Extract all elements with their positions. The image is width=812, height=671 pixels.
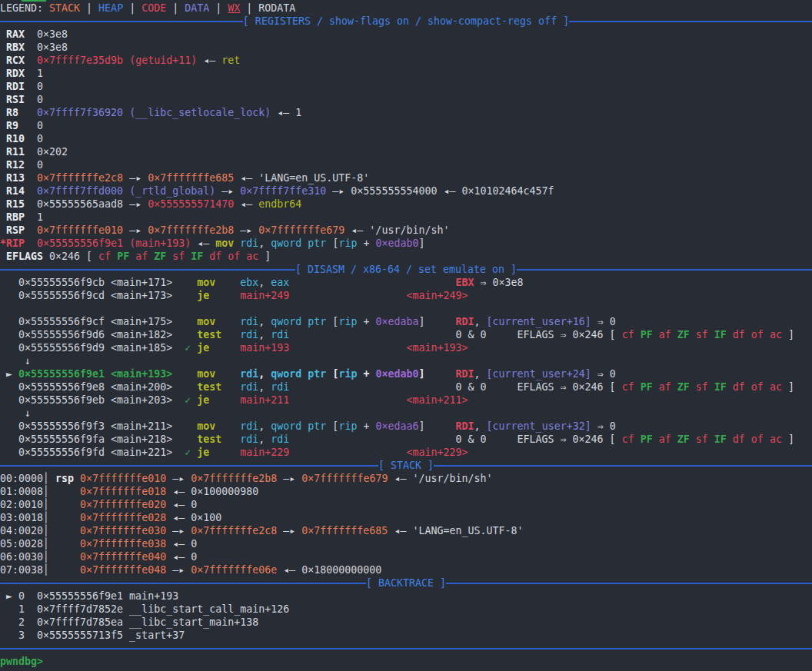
text-segment: 0×7fffffffe048 <box>80 564 166 576</box>
text-segment: 0×7fffffffe2c8 <box>191 525 277 536</box>
text-segment: ] <box>419 238 425 249</box>
text-segment <box>215 316 240 327</box>
text-segment <box>671 381 677 393</box>
text-segment: cf <box>98 251 111 262</box>
terminal-line: R13 0×7fffffffe2c8 —▸ 0×7fffffffe685 ◂— … <box>0 171 812 184</box>
terminal-line: *RIP 0×55555556f9e1 (main+193) ◂— mov rd… <box>0 237 812 250</box>
text-segment: RSI <box>0 94 37 105</box>
text-segment: 06:0030│ <box>0 551 80 563</box>
text-segment: cf <box>622 329 634 340</box>
command-prompt[interactable]: pwndbg> <box>0 655 812 668</box>
text-segment <box>172 368 197 380</box>
text-segment: ac <box>246 251 258 262</box>
text-segment: df <box>733 433 745 445</box>
text-segment <box>708 381 714 393</box>
disasm-header: [ DISASM / x86-64 / set emulate on ] <box>0 263 812 276</box>
text-segment: + <box>357 316 375 327</box>
separator-line <box>434 465 812 467</box>
text-segment: 0 <box>37 133 43 144</box>
backtrace-section: [ BACKTRACE ] ► 0 0×55555556f9e1 main+19… <box>0 576 812 642</box>
text-segment: ⇒ 0 <box>591 316 616 327</box>
terminal-line: 02:0010│ 0×7fffffffe020 ◂— 0 <box>0 498 812 511</box>
terminal-line: RSI 0 <box>0 93 812 106</box>
separator-line <box>0 269 295 271</box>
terminal-line: EFLAGS 0×246 [ cf PF af ZF sf IF df of a… <box>0 250 812 263</box>
text-segment <box>289 433 455 445</box>
text-segment: 0 & 0 EFLAGS ⇒ 0×246 [ <box>455 433 621 445</box>
text-segment: 0×7fffffffe685 <box>301 525 388 536</box>
terminal-line: R12 0 <box>0 158 812 171</box>
text-segment: ZF <box>677 329 690 340</box>
text-segment: <main+229> <box>406 447 468 458</box>
text-segment: rdi <box>240 238 258 249</box>
text-segment: IF <box>191 251 203 262</box>
text-segment: ac <box>770 381 782 393</box>
text-segment: R15 <box>0 198 37 210</box>
text-segment: sf <box>696 381 708 393</box>
terminal-line: 0×55555556f9d9 <main+185> ✓ je main+193 … <box>0 341 812 354</box>
terminal-line: R10 0 <box>0 132 812 145</box>
text-segment: df <box>733 329 745 340</box>
text-segment: ◂— 1 <box>271 107 301 118</box>
terminal-line: 0×55555556f9d6 <main+182> test rdi, rdi … <box>0 328 812 341</box>
terminal-line: 00:0000│ rsp 0×7fffffffe010 —▸ 0×7ffffff… <box>0 472 812 485</box>
text-segment: ] <box>258 251 271 262</box>
text-segment: —▸ <box>215 185 240 197</box>
text-segment: IF <box>714 433 727 445</box>
text-segment: 0×55555556f9eb <main+203> <box>0 394 185 406</box>
text-segment: DATA <box>185 2 209 14</box>
text-segment <box>289 381 455 393</box>
terminal-line: ► 0 0×55555556f9e1 main+193 <box>0 590 812 603</box>
text-segment: + <box>357 238 375 249</box>
previous-output-remnant <box>22 0 46 2</box>
text-segment: EBX <box>455 277 474 288</box>
text-segment: 0×55555556f9d6 <main+182> <box>0 329 197 340</box>
text-segment: je <box>197 394 209 406</box>
text-segment: mov <box>197 277 215 288</box>
text-segment: 0 & 0 EFLAGS ⇒ 0×246 [ <box>455 329 621 340</box>
text-segment: ↓ <box>0 407 31 419</box>
text-segment: 0×7ffff7f36920 (__libc_setlocale_lock) <box>37 107 271 118</box>
terminal-line: RCX 0×7ffff7e35d9b (getuid+11) ◂— ret <box>0 54 812 67</box>
text-segment: 1 <box>37 68 43 79</box>
section-title: [ BACKTRACE ] <box>366 576 446 590</box>
text-segment: ret <box>221 55 240 66</box>
text-segment <box>289 342 406 354</box>
text-segment: rdi <box>240 381 258 393</box>
terminal-line: 1 0×7ffff7d7852e __libc_start_call_main+… <box>0 603 812 616</box>
text-segment: rdi <box>271 381 289 393</box>
text-segment: , <box>258 329 271 340</box>
text-segment <box>129 251 135 262</box>
text-segment <box>634 433 641 445</box>
text-segment: RCX <box>0 55 37 66</box>
text-segment: 0×7fffffffe018 <box>80 486 166 497</box>
text-segment: <main+211> <box>406 394 468 406</box>
text-segment: 05:0028│ <box>0 538 80 550</box>
terminal-line: 0×55555556f9fa <main+218> test rdi, rdi … <box>0 433 812 446</box>
text-segment: 0×3e8 <box>37 42 68 53</box>
text-segment: PF <box>641 329 653 340</box>
text-segment: 0 <box>37 159 43 171</box>
text-segment: test <box>197 433 221 445</box>
separator-line <box>0 21 243 22</box>
terminal-line: 07:0038│ 0×7fffffffe048 —▸ 0×7fffffffe06… <box>0 563 812 576</box>
text-segment: ◂— '/usr/bin/sh' <box>388 473 492 484</box>
text-segment: [ <box>326 368 338 380</box>
text-segment: 0 <box>37 94 43 105</box>
terminal-line: 0×55555556f9cf <main+175> mov rdi, qword… <box>0 315 812 328</box>
text-segment: PF <box>641 381 653 393</box>
text-segment: 0×7ffff7e35d9b (getuid+11) <box>37 55 197 66</box>
text-segment: je <box>197 290 209 301</box>
text-segment: qword ptr <box>271 316 326 327</box>
text-segment <box>74 473 80 484</box>
stack-header: [ STACK ] <box>0 459 812 472</box>
text-segment <box>221 329 240 340</box>
text-segment: 1 <box>37 211 43 223</box>
separator-line <box>0 583 366 584</box>
terminal-line: 0×55555556f9e8 <main+200> test rdi, rdi … <box>0 380 812 394</box>
text-segment: ◂— 0 <box>166 499 197 510</box>
text-segment: —▸ 0×555555554000 ◂— 0×10102464c457f <box>326 185 554 197</box>
terminal-line: R9 0 <box>0 119 812 132</box>
terminal-line: R8 0×7ffff7f36920 (__libc_setlocale_lock… <box>0 106 812 119</box>
text-segment: df <box>733 381 745 393</box>
